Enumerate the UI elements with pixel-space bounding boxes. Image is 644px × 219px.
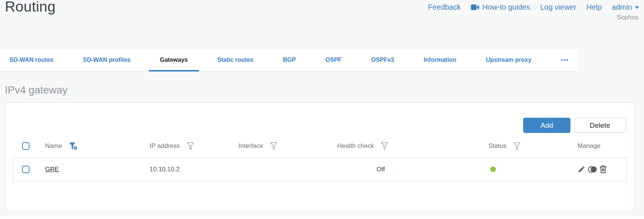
table-row: GRE 10.10.10.2 Off [13, 158, 627, 181]
howto-guides-label: How-to guides [482, 3, 530, 12]
table-toolbar: Add Delete [523, 118, 626, 133]
log-viewer-link[interactable]: Log viewer [540, 3, 576, 12]
tab-gateways[interactable]: Gateways [149, 48, 199, 71]
admin-label: admin [612, 3, 632, 12]
row-checkbox-cell [13, 166, 45, 173]
help-link[interactable]: Help [586, 3, 601, 12]
top-nav: Feedback How-to guides Log viewer Help a… [428, 3, 639, 12]
tab-bar: SD-WAN routes SD-WAN profiles Gateways S… [0, 48, 578, 72]
cell-manage [578, 165, 627, 173]
tab-bgp[interactable]: BGP [272, 48, 307, 71]
column-header-health-check: Health check [337, 142, 488, 150]
delete-button[interactable]: Delete [574, 118, 626, 133]
log-viewer-label: Log viewer [540, 3, 576, 12]
cell-name: GRE [45, 166, 150, 173]
cell-ip-address: 10.10.10.2 [150, 166, 238, 173]
filter-icon[interactable] [270, 142, 278, 150]
filter-icon[interactable] [513, 142, 521, 150]
gateway-name-link[interactable]: GRE [45, 166, 59, 173]
filter-active-icon[interactable] [69, 142, 78, 150]
tab-sdwan-profiles[interactable]: SD-WAN profiles [72, 48, 141, 71]
tab-static-routes[interactable]: Static routes [206, 48, 265, 71]
row-checkbox[interactable] [22, 166, 29, 173]
filter-icon[interactable] [187, 142, 194, 150]
cell-health-check: Off [337, 166, 488, 173]
status-up-indicator [490, 166, 496, 172]
section-title: IPv4 gateway [5, 84, 68, 96]
tab-overflow-menu[interactable]: ••• [550, 48, 571, 71]
clone-icon[interactable] [588, 166, 597, 173]
column-header-status: Status [488, 142, 578, 150]
bottom-edge [0, 217, 644, 219]
feedback-label: Feedback [428, 3, 461, 12]
health-check-column-label: Health check [337, 142, 374, 150]
admin-menu[interactable]: admin [612, 3, 639, 12]
tab-upstream-proxy[interactable]: Upstream proxy [475, 48, 543, 71]
column-header-interface: Interface [238, 142, 337, 150]
cell-status [488, 166, 578, 172]
name-column-label: Name [45, 142, 62, 150]
edit-icon[interactable] [578, 165, 585, 173]
tab-ospfv3[interactable]: OSPFv3 [360, 48, 405, 71]
chevron-down-icon [635, 6, 639, 11]
table-header: Name IP address Interface [13, 138, 627, 154]
help-label: Help [586, 3, 601, 12]
column-header-name: Name [45, 142, 150, 150]
page-title: Routing [5, 0, 56, 15]
tab-sdwan-routes[interactable]: SD-WAN routes [9, 48, 65, 71]
filter-icon[interactable] [381, 142, 388, 150]
header-checkbox-cell [13, 142, 45, 150]
interface-column-label: Interface [238, 142, 263, 150]
feedback-link[interactable]: Feedback [428, 3, 461, 12]
tab-information[interactable]: Information [412, 48, 468, 71]
ipv4-gateway-panel: Add Delete Name IP address [5, 102, 635, 211]
howto-guides-link[interactable]: How-to guides [471, 3, 530, 12]
tab-ospf[interactable]: OSPF [314, 48, 353, 71]
status-column-label: Status [488, 142, 506, 150]
delete-icon[interactable] [600, 165, 607, 173]
routing-page: Routing Feedback How-to guides Log viewe… [0, 0, 644, 219]
column-header-manage: Manage [578, 142, 627, 150]
video-camera-icon [471, 4, 479, 10]
table-body: GRE 10.10.10.2 Off [13, 157, 627, 181]
ip-address-column-label: IP address [150, 142, 180, 150]
add-button[interactable]: Add [523, 118, 570, 133]
column-header-ip-address: IP address [150, 142, 238, 150]
manage-column-label: Manage [578, 142, 600, 150]
select-all-checkbox[interactable] [22, 142, 29, 150]
brand-label: Sophos [617, 14, 638, 21]
